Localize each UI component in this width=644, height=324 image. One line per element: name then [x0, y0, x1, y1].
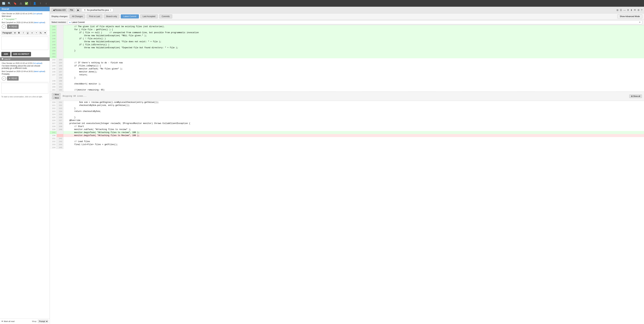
- line-content[interactable]: }: [63, 76, 644, 79]
- check-btn-2[interactable]: ✓: [2, 76, 6, 81]
- comment3-link[interactable]: 1st upload: [33, 62, 42, 64]
- show-all-btn[interactable]: ⊞ Show all: [629, 94, 642, 98]
- list-btn[interactable]: ≡: [30, 31, 34, 35]
- line-content[interactable]: }: [63, 116, 644, 119]
- line-content[interactable]: protected int executeJson(Integer review…: [63, 122, 644, 125]
- menu-icon[interactable]: ☰: [620, 9, 622, 11]
- add-defect-button[interactable]: ADD AS DEFECT: [12, 52, 31, 56]
- line-content[interactable]: final List<File> files = getFiles();: [63, 143, 644, 146]
- btn-branch-only[interactable]: Branch only: [104, 14, 120, 18]
- line-content[interactable]: [63, 55, 644, 58]
- btn-commits[interactable]: Commits: [159, 14, 172, 18]
- skip-more-up-btn[interactable]: ↑ More: [52, 93, 60, 96]
- line-content[interactable]: monitor.beginTask( "Attaching files to r…: [63, 131, 644, 134]
- nav-placeholder-btn[interactable]: ▶: [76, 8, 80, 12]
- comment1-link[interactable]: 1st upload: [33, 12, 42, 14]
- line-content[interactable]: throw new ValidationException( "Expected…: [63, 46, 644, 49]
- line-content[interactable]: [63, 79, 644, 82]
- nav-file-btn[interactable]: File: [68, 8, 75, 12]
- line-content[interactable]: checkoutsByScm.put(scm, entry.getValue()…: [63, 104, 644, 107]
- advanced-mode-btn[interactable]: Show Advanced Mode: [617, 14, 642, 18]
- comment2-link[interactable]: latest upload: [34, 21, 44, 23]
- line-content[interactable]: monitor.done();: [63, 70, 644, 73]
- toolbar-up-icon[interactable]: ↑: [38, 1, 43, 6]
- line-content[interactable]: [63, 137, 644, 140]
- check-btn-1[interactable]: ✓: [2, 24, 6, 29]
- code-area[interactable]: 142 // The given list of File objects mu…: [50, 25, 644, 324]
- line-content[interactable]: for ( File file : getFiles() ) {: [63, 28, 644, 31]
- mark-all-read[interactable]: 👁 Mark all read: [1, 320, 14, 322]
- line-content[interactable]: [63, 58, 644, 61]
- more-format-btn[interactable]: ▼: [43, 31, 47, 35]
- add-button[interactable]: ADD: [1, 52, 10, 56]
- line-content[interactable]: [63, 52, 644, 55]
- eye-icon[interactable]: 👁: [634, 9, 636, 11]
- line-content[interactable]: }: [63, 107, 644, 110]
- line-content[interactable]: return checkoutsByScm;: [63, 110, 644, 113]
- line-content[interactable]: if (files.isEmpty()) {: [63, 64, 644, 67]
- comment-section-3: Clive Sinclair on 2020-12-02 at 13:50 (1…: [0, 61, 50, 82]
- line-content[interactable]: throw new ValidationException( "File doe…: [63, 40, 644, 43]
- line-content[interactable]: monitor.subTask( "No files given" );: [63, 67, 644, 70]
- old-line-num: 142: [50, 25, 56, 28]
- ulist-btn[interactable]: •: [34, 31, 38, 35]
- table-row: 233 244 final List<File> files = getFile…: [50, 143, 644, 146]
- revision-select[interactable]: ● Latest Commit ▼: [68, 20, 642, 24]
- table-row: 151 163 //(monitor remaining: 65): [50, 88, 644, 92]
- toolbar-user-icon[interactable]: 👤: [32, 1, 37, 6]
- comment-input-1[interactable]: [1, 36, 48, 50]
- line-content[interactable]: throw new ValidationException( "NULL fil…: [63, 34, 644, 37]
- read-btn-2[interactable]: 👁 READ: [7, 76, 18, 81]
- line-content[interactable]: [63, 113, 644, 116]
- old-line-num: 149: [50, 82, 56, 85]
- old-line-num: 145: [50, 34, 56, 37]
- line-content[interactable]: //(monitor remaining: 65): [63, 88, 644, 92]
- line-content[interactable]: return;: [63, 73, 644, 76]
- btn-last-accepted[interactable]: Last Accepted: [140, 14, 158, 18]
- comment4-link[interactable]: latest upload: [34, 70, 44, 72]
- table-row: 147 158 return;: [50, 73, 644, 76]
- line-content[interactable]: if ( file == null ) // unexpected from c…: [63, 31, 644, 34]
- italic-btn[interactable]: I: [22, 31, 25, 35]
- wrap-select[interactable]: Prompt Word None: [38, 320, 48, 323]
- underline-btn[interactable]: U: [26, 31, 30, 35]
- bold-btn[interactable]: B: [17, 31, 21, 35]
- upload-icon[interactable]: ⬆: [627, 9, 629, 11]
- btn-all-changes[interactable]: All Changes: [70, 14, 85, 18]
- line-content[interactable]: }: [63, 49, 644, 52]
- settings-icon[interactable]: ⚙: [638, 9, 640, 11]
- toolbar-warning-icon[interactable]: ⚠: [18, 1, 23, 6]
- main-container: Overall Clive Sinclair on 2020-12-02 at …: [0, 7, 644, 324]
- btn-first-vs-last[interactable]: First vs Last: [86, 14, 102, 18]
- grid-icon[interactable]: ⊞: [616, 9, 618, 11]
- help-icon[interactable]: ?: [641, 9, 642, 11]
- toolbar-search-icon[interactable]: 🔍: [7, 1, 12, 6]
- line-content[interactable]: // Load files: [63, 140, 644, 143]
- line-content[interactable]: if ( file.isDirectory() ): [63, 43, 644, 46]
- line-content[interactable]: checkAbort( monitor );: [63, 82, 644, 85]
- format-select[interactable]: Paragraph Heading 1 Heading 2 Code: [1, 31, 16, 35]
- line-content[interactable]: Scm scm = review.getEngine().scmByLocalC…: [63, 101, 644, 104]
- file-tab-close[interactable]: ✕: [110, 9, 111, 11]
- line-content[interactable]: [63, 146, 644, 149]
- line-content[interactable]: monitor.beginTask( "Attaching files to R…: [63, 134, 644, 137]
- download-icon[interactable]: ⬇: [630, 9, 632, 11]
- toolbar-down-icon[interactable]: ↓: [44, 1, 48, 6]
- line-content[interactable]: monitor.subTask( "Attaching files to rev…: [63, 128, 644, 131]
- skip-more-down-btn[interactable]: ↓ More: [52, 96, 60, 99]
- line-content[interactable]: // Start: [63, 125, 644, 128]
- line-content[interactable]: @Override: [63, 119, 644, 122]
- minus-icon[interactable]: —: [623, 9, 626, 11]
- btn-latest-commit[interactable]: Latest Commit: [121, 14, 139, 18]
- line-content[interactable]: [63, 85, 644, 88]
- line-content[interactable]: // The given list of File objects must b…: [63, 25, 644, 28]
- subscript-btn[interactable]: X₂: [39, 31, 42, 35]
- nav-back-btn[interactable]: ◀ Review #23: [52, 8, 67, 12]
- line-content[interactable]: if ( ! file.exists() ): [63, 37, 644, 40]
- toolbar-refresh-icon[interactable]: 🔄: [1, 1, 6, 6]
- read-btn-1[interactable]: 👁 READ: [7, 24, 18, 29]
- line-content[interactable]: // If there's nothing to do - finish now: [63, 61, 644, 64]
- toolbar-check-icon[interactable]: ✅: [24, 1, 29, 6]
- toolbar-bookmark-icon[interactable]: 🔖: [13, 1, 18, 6]
- comment-input-2[interactable]: [1, 83, 48, 94]
